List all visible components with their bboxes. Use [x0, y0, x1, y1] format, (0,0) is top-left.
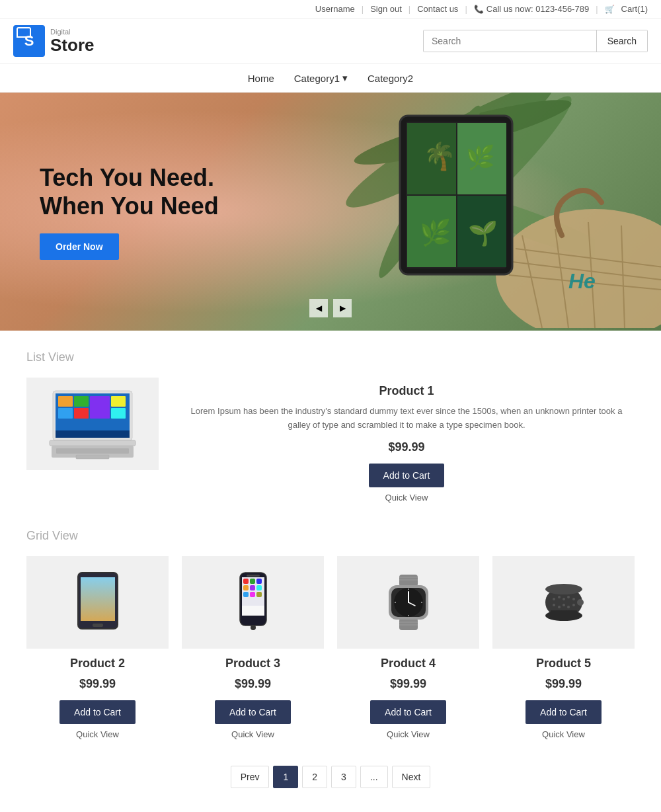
pagination-page-3[interactable]: 3 [331, 766, 356, 788]
svg-rect-32 [111, 408, 126, 419]
svg-point-73 [558, 596, 561, 598]
svg-rect-55 [242, 606, 264, 616]
hero-title: Tech You Need. When You Need [40, 163, 219, 220]
product5-quick-view[interactable]: Quick View [492, 729, 635, 739]
svg-point-81 [572, 604, 575, 606]
hero-content: Tech You Need. When You Need Order Now [0, 137, 258, 286]
svg-point-72 [553, 598, 555, 600]
product1-info: Product 1 Lorem Ipsum has been the indus… [178, 378, 635, 503]
product2-price: $99.99 [26, 677, 169, 691]
product5-image: SONY [492, 556, 635, 649]
svg-rect-46 [243, 579, 249, 584]
svg-text:🌱: 🌱 [468, 219, 498, 247]
svg-rect-34 [50, 440, 136, 446]
navigation: Home Category1 ▾ Category2 [0, 63, 661, 93]
svg-point-74 [563, 598, 565, 600]
carousel-next-arrow[interactable]: ▶ [333, 299, 352, 317]
svg-rect-44 [247, 575, 260, 577]
svg-point-45 [251, 625, 256, 630]
svg-point-15 [496, 209, 661, 328]
product4: Product 4 $99.99 Add to Cart Quick View [337, 556, 479, 739]
phone-svg [220, 569, 286, 635]
phone-number: Call us now: 0123-456-789 [486, 4, 589, 14]
svg-rect-28 [74, 396, 89, 407]
svg-rect-27 [58, 408, 73, 419]
svg-rect-48 [256, 579, 262, 584]
product2-add-to-cart[interactable]: Add to Cart [59, 700, 136, 724]
contact-link[interactable]: Contact us [417, 4, 458, 14]
product1-price: $99.99 [178, 440, 635, 454]
logo-digital: Digital [50, 28, 94, 36]
pagination-page-1[interactable]: 1 [273, 766, 298, 788]
grid-view-container: Product 2 $99.99 Add to Cart Quick View [26, 556, 635, 739]
svg-rect-53 [250, 592, 255, 597]
carousel-controls: ◀ ▶ [309, 299, 352, 317]
cart-link[interactable]: Cart(1) [621, 4, 648, 14]
svg-point-78 [558, 606, 561, 608]
svg-rect-49 [243, 585, 249, 590]
product4-add-to-cart[interactable]: Add to Cart [370, 700, 446, 724]
product1-quick-view[interactable]: Quick View [178, 493, 635, 503]
svg-rect-36 [56, 448, 129, 454]
svg-rect-26 [58, 396, 73, 407]
svg-point-80 [567, 606, 570, 608]
watch-svg [375, 569, 442, 635]
pagination-page-2[interactable]: 2 [302, 766, 327, 788]
svg-point-84 [545, 584, 582, 594]
svg-point-65 [395, 602, 396, 603]
chevron-down-icon: ▾ [342, 72, 348, 84]
svg-point-85 [545, 610, 582, 621]
nav-home[interactable]: Home [248, 72, 274, 84]
search-button[interactable]: Search [596, 30, 647, 52]
carousel-prev-arrow[interactable]: ◀ [309, 299, 328, 317]
product2-image [26, 556, 169, 649]
product5-add-to-cart[interactable]: Add to Cart [525, 700, 602, 724]
product1-add-to-cart[interactable]: Add to Cart [369, 464, 445, 487]
svg-rect-33 [56, 430, 130, 438]
svg-point-79 [563, 604, 565, 606]
search-bar: Search [423, 30, 648, 52]
product4-image [337, 556, 479, 649]
svg-rect-29 [74, 408, 89, 419]
list-view-section: List View [26, 350, 635, 503]
pagination-next[interactable]: Next [392, 766, 431, 788]
product2-quick-view[interactable]: Quick View [26, 729, 169, 739]
svg-point-63 [408, 589, 409, 590]
svg-rect-56 [399, 575, 418, 587]
pagination-ellipsis: ... [360, 766, 388, 788]
svg-rect-40 [93, 624, 103, 627]
svg-text:🌿: 🌿 [420, 218, 451, 248]
product3: Product 3 $99.99 Add to Cart Quick View [182, 556, 324, 739]
nav-category2[interactable]: Category2 [368, 72, 413, 84]
product3-quick-view[interactable]: Quick View [182, 729, 324, 739]
product5: SONY Product 5 $99.99 Add to Cart Quick … [492, 556, 635, 739]
svg-rect-51 [256, 585, 262, 590]
list-view-title: List View [26, 350, 635, 364]
product3-add-to-cart[interactable]: Add to Cart [215, 700, 291, 724]
nav-category1[interactable]: Category1 ▾ [294, 72, 348, 84]
speaker-svg: SONY [531, 569, 597, 635]
svg-rect-52 [243, 592, 249, 597]
svg-point-77 [553, 604, 555, 606]
svg-text:He: He [568, 269, 596, 293]
logo-icon: S [13, 25, 45, 57]
svg-rect-31 [111, 396, 126, 407]
product5-name: Product 5 [492, 657, 635, 670]
product4-name: Product 4 [337, 657, 479, 670]
order-now-button[interactable]: Order Now [40, 233, 119, 260]
product4-quick-view[interactable]: Quick View [337, 729, 479, 739]
username-link[interactable]: Username [315, 4, 355, 14]
pagination-prev[interactable]: Prev [231, 766, 270, 788]
product3-name: Product 3 [182, 657, 324, 670]
signout-link[interactable]: Sign out [370, 4, 402, 14]
cart-icon [605, 4, 615, 14]
product1-name: Product 1 [178, 384, 635, 398]
hero-banner: 🌴 🌿 🌿 🌱 He Tech You Need. When You Need [0, 93, 661, 331]
product2: Product 2 $99.99 Add to Cart Quick View [26, 556, 169, 739]
svg-text:🌿: 🌿 [466, 143, 495, 171]
search-input[interactable] [424, 30, 596, 52]
svg-point-86 [577, 599, 584, 606]
logo[interactable]: S Digital Store [13, 25, 94, 57]
svg-rect-47 [250, 579, 255, 584]
laptop-svg [40, 387, 145, 460]
